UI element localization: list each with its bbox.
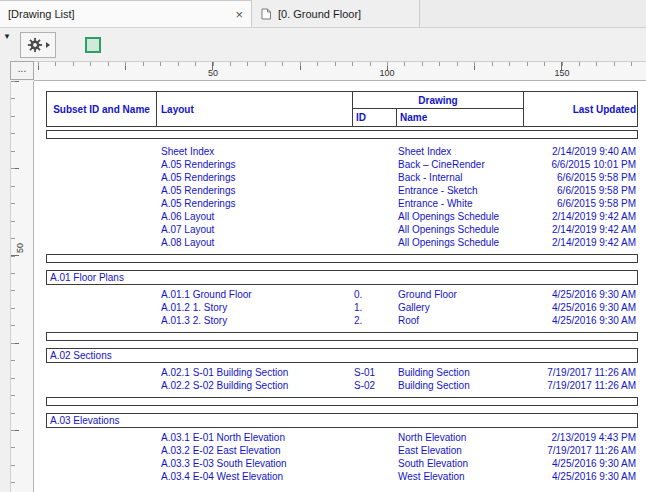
cell-drawing-id [352, 158, 396, 171]
cell-drawing-id [352, 236, 396, 249]
cell-layout: A.03.2 E-02 East Elevation [156, 444, 352, 457]
header-id: ID [353, 109, 397, 126]
cell-drawing-name: Entrance - Sketch [396, 184, 523, 197]
drawing-row: A.08 LayoutAll Openings Schedule2/14/201… [46, 236, 638, 249]
cell-drawing-id [352, 457, 396, 470]
drawing-row: A.02.2 S-02 Building SectionS-02Building… [46, 379, 638, 392]
cell-drawing-name: North Elevation [396, 431, 523, 444]
header-layout: Layout [157, 92, 353, 126]
cell-drawing-name: Sheet Index [396, 145, 523, 158]
cell-last-updated: 2/14/2019 9:42 AM [523, 223, 638, 236]
cell-last-updated: 4/25/2016 9:30 AM [523, 301, 638, 314]
close-icon[interactable]: × [235, 8, 243, 21]
cell-drawing-id [352, 210, 396, 223]
archicad-window: [Drawing List] × [0. Ground Floor] ▾ [0, 0, 646, 492]
ruler-row: ... 50 100 150 [0, 61, 646, 81]
cell-drawing-id [352, 197, 396, 210]
flyout-arrow-icon [46, 42, 50, 48]
drawing-row: A.05 RenderingsEntrance - White6/6/2015 … [46, 197, 638, 210]
cell-last-updated: 4/25/2016 9:30 AM [523, 457, 638, 470]
cell-drawing-name: Gallery [396, 301, 523, 314]
drawing-row: A.03.4 E-04 West ElevationWest Elevation… [46, 470, 638, 483]
subset-header: A.01 Floor Plans [46, 270, 638, 285]
drawing-row: Sheet IndexSheet Index2/14/2019 9:40 AM [46, 145, 638, 158]
tab-drawing-list[interactable]: [Drawing List] × [0, 0, 252, 27]
cell-drawing-id: S-01 [352, 366, 396, 379]
drawing-row: A.01.3 2. Story2.Roof4/25/2016 9:30 AM [46, 314, 638, 327]
cell-last-updated: 6/6/2015 9:58 PM [523, 197, 638, 210]
cell-drawing-name: Back – CineRender [396, 158, 523, 171]
cell-drawing-name: All Openings Schedule [396, 223, 523, 236]
cell-drawing-name: All Openings Schedule [396, 236, 523, 249]
drawing-row: A.05 RenderingsBack - Internal6/6/2015 9… [46, 171, 638, 184]
ruler-label: 150 [554, 68, 569, 78]
cell-layout: A.03.4 E-04 West Elevation [156, 470, 352, 483]
cell-last-updated: 2/13/2019 4:43 PM [523, 431, 638, 444]
cell-drawing-name: Roof [396, 314, 523, 327]
cell-layout: A.06 Layout [156, 210, 352, 223]
cell-last-updated: 7/19/2017 11:26 AM [523, 379, 638, 392]
drawing-row: A.01.1 Ground Floor0.Ground Floor4/25/20… [46, 288, 638, 301]
ruler-label: 50 [15, 243, 25, 253]
cell-layout: A.02.2 S-02 Building Section [156, 379, 352, 392]
cell-last-updated: 2/14/2019 9:42 AM [523, 236, 638, 249]
drawing-row: A.01.2 1. Story1.Gallery4/25/2016 9:30 A… [46, 301, 638, 314]
cell-last-updated: 2/14/2019 9:42 AM [523, 210, 638, 223]
cell-layout: A.01.2 1. Story [156, 301, 352, 314]
drawing-row: A.03.1 E-01 North ElevationNorth Elevati… [46, 431, 638, 444]
cell-last-updated: 4/25/2016 9:30 AM [523, 288, 638, 301]
vertical-ruler: 50 [10, 81, 34, 492]
drawing-row: A.06 LayoutAll Openings Schedule2/14/201… [46, 210, 638, 223]
ruler-options-button[interactable]: ... [10, 61, 34, 80]
cell-last-updated: 6/6/2015 9:58 PM [523, 184, 638, 197]
drawing-row: A.03.2 E-02 East ElevationEast Elevation… [46, 444, 638, 457]
cell-drawing-id: 2. [352, 314, 396, 327]
ruler-gap [0, 61, 10, 81]
cell-layout: A.05 Renderings [156, 197, 352, 210]
cell-layout: A.07 Layout [156, 223, 352, 236]
green-square-icon [85, 37, 101, 53]
cell-last-updated: 4/25/2016 9:30 AM [523, 470, 638, 483]
cell-layout: Sheet Index [156, 145, 352, 158]
cell-drawing-name: Building Section [396, 366, 523, 379]
cell-layout: A.02.1 S-01 Building Section [156, 366, 352, 379]
row-group: Sheet IndexSheet Index2/14/2019 9:40 AMA… [46, 145, 638, 249]
drawing-row: A.07 LayoutAll Openings Schedule2/14/201… [46, 223, 638, 236]
settings-button[interactable] [20, 32, 56, 58]
subset-header: A.03 Elevations [46, 413, 638, 428]
ruler-label: 50 [208, 68, 218, 78]
tab-label: [Drawing List] [8, 8, 75, 20]
tab-ground-floor[interactable]: [0. Ground Floor] [252, 0, 420, 27]
cell-last-updated: 4/25/2016 9:30 AM [523, 314, 638, 327]
cell-drawing-id [352, 171, 396, 184]
cell-drawing-name: All Openings Schedule [396, 210, 523, 223]
cell-drawing-name: South Elevation [396, 457, 523, 470]
marquee-tool-button[interactable] [78, 32, 108, 58]
layout-canvas[interactable]: Subset ID and Name Layout Drawing ID Nam… [34, 81, 646, 492]
cell-last-updated: 6/6/2015 10:01 PM [523, 158, 638, 171]
cell-drawing-id [352, 431, 396, 444]
header-last-updated: Last Updated [524, 92, 639, 126]
header-name: Name [397, 109, 524, 126]
cell-layout: A.05 Renderings [156, 171, 352, 184]
cell-layout: A.01.3 2. Story [156, 314, 352, 327]
drawing-list-sheet: Subset ID and Name Layout Drawing ID Nam… [46, 91, 638, 483]
cell-last-updated: 6/6/2015 9:58 PM [523, 171, 638, 184]
cell-drawing-id: 0. [352, 288, 396, 301]
row-group: A.02.1 S-01 Building SectionS-01Building… [46, 366, 638, 392]
drawing-row: A.05 RenderingsEntrance - Sketch6/6/2015… [46, 184, 638, 197]
table-header: Subset ID and Name Layout Drawing ID Nam… [46, 91, 638, 127]
header-subset: Subset ID and Name [47, 92, 157, 126]
tab-label: [0. Ground Floor] [278, 8, 361, 20]
header-drawing: Drawing [353, 92, 524, 109]
tab-bar: [Drawing List] × [0. Ground Floor] [0, 0, 646, 28]
gear-icon [27, 37, 43, 53]
cell-drawing-id [352, 184, 396, 197]
cell-drawing-id [352, 444, 396, 457]
ruler-gap [0, 81, 10, 492]
cell-layout: A.03.3 E-03 South Elevation [156, 457, 352, 470]
chevron-down-icon[interactable]: ▾ [2, 31, 12, 41]
horizontal-ruler: 50 100 150 [34, 61, 646, 81]
spacer-row [46, 130, 638, 139]
cell-last-updated: 2/14/2019 9:40 AM [523, 145, 638, 158]
